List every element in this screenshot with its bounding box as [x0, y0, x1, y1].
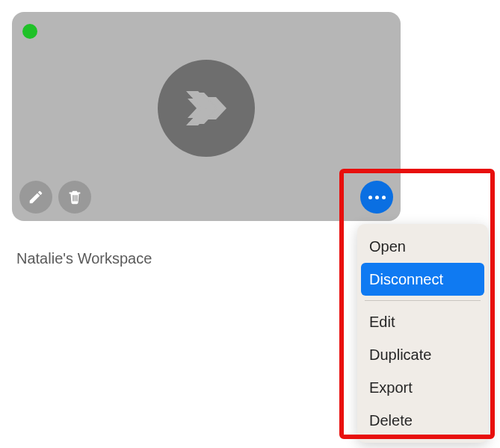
menu-item-export[interactable]: Export	[357, 371, 488, 404]
more-button[interactable]	[360, 181, 393, 214]
edit-button[interactable]	[19, 181, 52, 214]
workspace-title: Natalie's Workspace	[16, 250, 152, 267]
trash-icon	[67, 189, 83, 205]
status-indicator	[22, 24, 37, 39]
menu-item-disconnect[interactable]: Disconnect	[361, 263, 484, 296]
svg-rect-6	[75, 195, 75, 201]
menu-divider	[365, 300, 481, 301]
pencil-icon	[28, 189, 44, 205]
menu-item-edit[interactable]: Edit	[357, 305, 488, 338]
workspace-card[interactable]	[12, 12, 401, 221]
delete-button[interactable]	[58, 181, 91, 214]
svg-rect-5	[72, 195, 73, 201]
remote-desktop-icon	[158, 60, 255, 157]
svg-rect-7	[76, 195, 77, 201]
card-actions	[19, 181, 91, 214]
remote-desktop-glyph	[177, 79, 235, 137]
context-menu: Open Disconnect Edit Duplicate Export De…	[357, 224, 488, 443]
more-icon	[368, 196, 386, 199]
menu-item-duplicate[interactable]: Duplicate	[357, 338, 488, 371]
menu-item-open[interactable]: Open	[357, 230, 488, 263]
menu-item-delete[interactable]: Delete	[357, 404, 488, 437]
